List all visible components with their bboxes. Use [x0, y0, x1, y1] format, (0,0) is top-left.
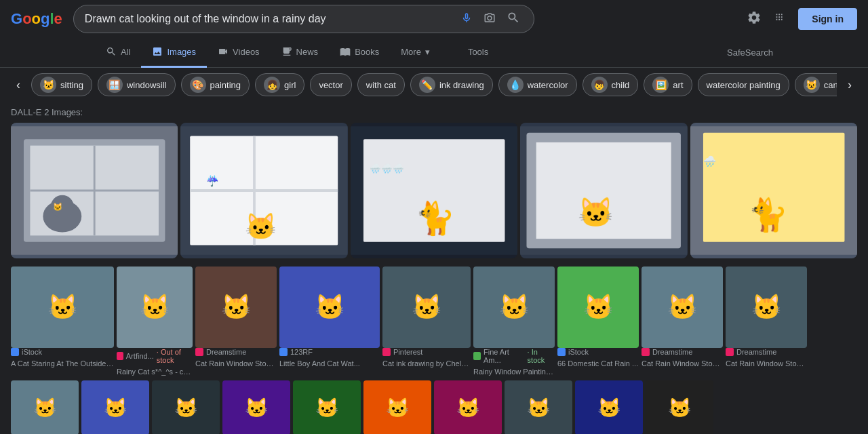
in-stock-badge: · In stock: [528, 348, 555, 364]
filter-chip-art[interactable]: 🖼️art: [644, 73, 692, 96]
source-badge: [726, 348, 734, 356]
caption-text: Cat Rain Window Stock Ill...: [726, 356, 807, 370]
search-bar: [73, 5, 534, 33]
dalle-image[interactable]: 🐈🌧️: [690, 123, 857, 258]
image-source: Pinterest: [382, 348, 471, 356]
image-result-wrapper: 🐱123RFLittle Boy And Cat Wat...: [279, 267, 380, 378]
filter-chip-watercolor-painting[interactable]: watercolor painting: [698, 73, 789, 96]
google-logo[interactable]: Google: [11, 10, 62, 28]
dalle-image[interactable]: 🐱☔: [180, 123, 347, 258]
mic-icon[interactable]: [458, 12, 475, 26]
filter-chip-girl[interactable]: 👧girl: [255, 73, 304, 96]
tab-more[interactable]: More ▾: [390, 38, 441, 68]
chip-thumb: 👧: [264, 77, 280, 93]
image-result[interactable]: 🐱: [473, 267, 555, 348]
image-source: 123RF: [279, 348, 380, 356]
image-result-bottom[interactable]: 🐱: [575, 380, 643, 434]
filter-chip-ink-drawing[interactable]: ✏️ink drawing: [410, 73, 493, 96]
tab-all[interactable]: All: [95, 38, 141, 68]
image-caption: DreamstimeCat Rain Window Stock Illustra…: [195, 348, 277, 370]
chip-label: art: [673, 80, 683, 90]
image-result-bottom[interactable]: 🐱: [152, 380, 220, 434]
image-result-bottom[interactable]: 🐱: [293, 380, 361, 434]
svg-text:🐈: 🐈: [748, 196, 789, 234]
svg-text:🐱: 🐱: [53, 202, 63, 212]
source-badge: [473, 352, 481, 360]
image-result-bottom[interactable]: 🐱: [363, 380, 431, 434]
search-input[interactable]: [85, 13, 452, 25]
tab-news[interactable]: News: [271, 38, 330, 68]
header: Google Sign in: [0, 0, 868, 38]
source-name: Dreamstime: [206, 348, 246, 356]
image-result-bottom[interactable]: 🐱: [505, 380, 572, 434]
apps-icon[interactable]: [772, 10, 787, 28]
tools-button[interactable]: Tools: [457, 38, 499, 68]
image-source: iStock: [11, 348, 114, 356]
source-name: Artfind...: [126, 352, 154, 360]
image-result[interactable]: 🐱: [279, 267, 380, 348]
camera-icon[interactable]: [481, 12, 498, 26]
chip-label: watercolor: [528, 80, 568, 90]
chip-thumb: ✏️: [419, 77, 435, 93]
image-result-bottom[interactable]: 🐱: [81, 380, 149, 434]
image-result[interactable]: 🐱: [382, 267, 471, 348]
image-result[interactable]: 🐱: [117, 267, 193, 348]
image-caption: Fine Art Am...· In stockRainy Window Pai…: [473, 348, 555, 378]
chip-label: child: [612, 80, 630, 90]
sign-in-button[interactable]: Sign in: [798, 8, 857, 30]
filter-chip-vector[interactable]: vector: [310, 73, 351, 96]
caption-text: 66 Domestic Cat Rain ...: [557, 356, 639, 370]
tab-books[interactable]: Books: [329, 38, 390, 68]
svg-text:🐈: 🐈: [415, 199, 456, 237]
chip-thumb: 🐱: [40, 77, 56, 93]
filter-chip-child[interactable]: 👦child: [583, 73, 639, 96]
image-result-wrapper: 🐱PinterestCat ink drawing by Chelsea Kur…: [382, 267, 471, 378]
image-result-bottom[interactable]: 🐱: [646, 380, 713, 434]
image-result-bottom[interactable]: 🐱: [11, 380, 79, 434]
safe-search[interactable]: SafeSearch: [727, 47, 773, 58]
image-result-bottom[interactable]: 🐱: [222, 380, 290, 434]
source-badge: [557, 348, 566, 356]
filter-chip-cartoon[interactable]: 😺cartoon: [795, 73, 837, 96]
bottom-row: 🐱🐱🐱🐱🐱🐱🐱🐱🐱🐱: [11, 380, 857, 434]
source-name: Dreamstime: [736, 348, 776, 356]
chip-label: painting: [210, 80, 241, 90]
image-result[interactable]: 🐱: [11, 267, 114, 348]
tab-videos[interactable]: Videos: [207, 38, 271, 68]
dalle-image[interactable]: 🐱: [11, 123, 178, 258]
filter-chip-sitting[interactable]: 🐱sitting: [31, 73, 92, 96]
filter-chip-windowsill[interactable]: 🪟windowsill: [98, 73, 176, 96]
chip-thumb: 🖼️: [652, 77, 669, 93]
settings-icon[interactable]: [747, 10, 762, 28]
caption-text: Cat ink drawing by Chelsea Kura...: [382, 356, 471, 370]
image-caption: iStockA Cat Staring At The Outside Of Th…: [11, 348, 114, 370]
image-result[interactable]: 🐱: [726, 267, 807, 348]
search-icon[interactable]: [504, 11, 523, 27]
chip-thumb: 🎨: [190, 77, 206, 93]
dalle-image[interactable]: 🐱: [520, 123, 687, 258]
dalle-image[interactable]: 🐈🌧️🌧️🌧️: [351, 123, 517, 258]
source-name: Pinterest: [393, 348, 422, 356]
filter-chip-painting[interactable]: 🎨painting: [181, 73, 250, 96]
filter-left-arrow[interactable]: ‹: [11, 75, 26, 95]
chips-container: 🐱sitting🪟windowsill🎨painting👧girlvectorw…: [31, 73, 837, 96]
image-caption: DreamstimeCat Rain Window Stock Ill...: [642, 348, 723, 370]
image-result[interactable]: 🐱: [557, 267, 639, 348]
image-caption: PinterestCat ink drawing by Chelsea Kura…: [382, 348, 471, 370]
main-content: DALL-E 2 Images: 🐱🐱☔🐈🌧️🌧️🌧️🐱🐈🌧️ 🐱iStockA…: [0, 102, 868, 434]
image-result[interactable]: 🐱: [195, 267, 277, 348]
image-caption: Artfind...· Out of stockRainy Cat s*^_^s…: [117, 348, 193, 378]
filter-chip-watercolor[interactable]: 💧watercolor: [498, 73, 577, 96]
dalle-label: DALL-E 2 Images:: [11, 107, 857, 117]
image-result-bottom[interactable]: 🐱: [434, 380, 502, 434]
source-badge: [195, 348, 203, 356]
source-name: iStock: [568, 348, 589, 356]
image-result[interactable]: 🐱: [642, 267, 723, 348]
filter-chip-with-cat[interactable]: with cat: [357, 73, 405, 96]
image-source: iStock: [557, 348, 639, 356]
source-badge: [642, 348, 650, 356]
source-badge: [279, 348, 288, 356]
tab-images[interactable]: Images: [141, 38, 207, 68]
chip-label: vector: [319, 80, 342, 90]
filter-right-arrow[interactable]: ›: [842, 75, 857, 95]
